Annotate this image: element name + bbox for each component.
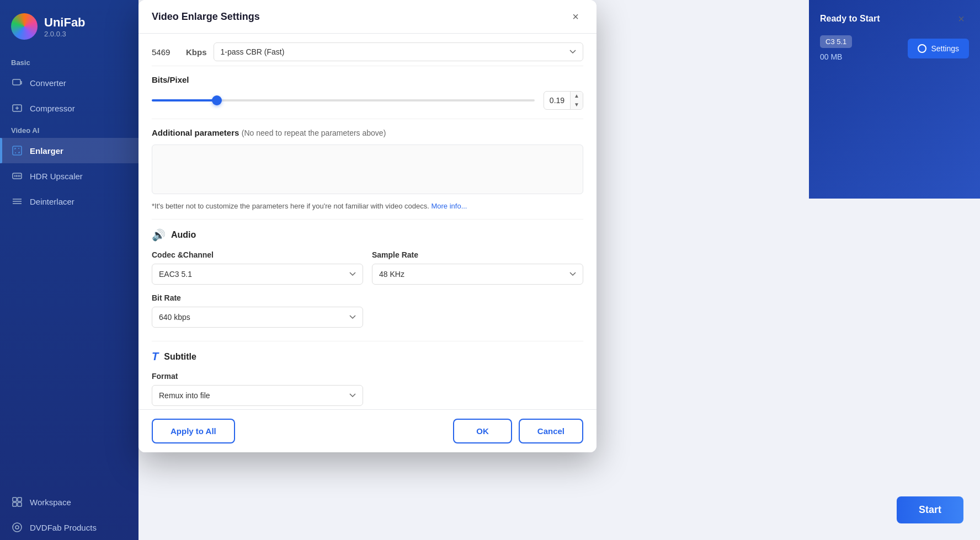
video-ai-section-label: Video AI bbox=[0, 121, 139, 138]
svg-point-8 bbox=[13, 523, 22, 532]
audio-title: Audio bbox=[171, 230, 196, 240]
workspace-icon bbox=[11, 496, 23, 508]
dvdfab-icon bbox=[11, 521, 23, 533]
dvdfab-label: DVDFab Products bbox=[30, 523, 97, 532]
right-panel: Ready to Start × C3 5.1 00 MB Settings bbox=[809, 0, 980, 199]
audio-icon: 🔊 bbox=[152, 228, 166, 242]
sidebar-item-hdr-upscaler[interactable]: HDR Upscaler bbox=[0, 163, 139, 189]
ready-to-start-header: Ready to Start × bbox=[820, 11, 969, 26]
settings-circle-icon bbox=[918, 44, 926, 53]
bitrate-value: 5469 bbox=[152, 47, 179, 57]
format-group: Format Remux into file Burn in None bbox=[152, 372, 363, 406]
sidebar-item-compressor[interactable]: Compressor bbox=[0, 95, 139, 121]
logo-icon bbox=[11, 13, 38, 40]
modal-close-button[interactable]: × bbox=[568, 9, 583, 24]
compressor-icon bbox=[11, 102, 23, 114]
additional-parameters-section: Additional parameters (No need to repeat… bbox=[152, 119, 583, 220]
sample-rate-group: Sample Rate 48 KHz 44.1 KHz 32 KHz bbox=[372, 250, 583, 285]
slider-track bbox=[152, 99, 535, 101]
app-name: UniFab bbox=[44, 15, 86, 30]
ready-text: Ready to Start bbox=[820, 14, 880, 24]
svg-rect-7 bbox=[18, 502, 22, 506]
apply-to-all-button[interactable]: Apply to All bbox=[152, 419, 235, 443]
subtitle-icon: T bbox=[152, 350, 158, 363]
sidebar-item-enlarger[interactable]: Enlarger bbox=[0, 138, 139, 163]
subtitle-header: T Subtitle bbox=[152, 350, 583, 363]
slider-increment[interactable]: ▲ bbox=[571, 92, 583, 100]
bit-rate-group: Bit Rate 640 kbps 320 kbps 192 kbps 128 … bbox=[152, 293, 363, 328]
more-info-link[interactable]: More info... bbox=[431, 202, 467, 210]
audio-codec-sample-row: Codec &Channel EAC3 5.1 AC3 5.1 AAC 2.0 … bbox=[152, 250, 583, 285]
slider-value: 0.19 bbox=[544, 93, 570, 108]
bitrate-unit: Kbps bbox=[186, 47, 207, 57]
svg-point-9 bbox=[15, 526, 19, 529]
subtitle-section: T Subtitle Format Remux into file Burn i… bbox=[152, 341, 583, 409]
slider-value-box: 0.19 ▲ ▼ bbox=[544, 91, 583, 110]
enlarger-icon bbox=[11, 145, 23, 157]
footer-right-buttons: OK Cancel bbox=[453, 419, 583, 443]
sidebar-item-dvdfab[interactable]: DVDFab Products bbox=[0, 515, 139, 540]
sidebar-item-converter[interactable]: Converter bbox=[0, 70, 139, 95]
pass-select[interactable]: 1-pass CBR (Fast) bbox=[214, 42, 584, 61]
slider-arrows: ▲ ▼ bbox=[570, 92, 583, 109]
hdr-label: HDR Upscaler bbox=[30, 172, 83, 181]
audio-section: 🔊 Audio Codec &Channel EAC3 5.1 AC3 5.1 … bbox=[152, 220, 583, 341]
app-logo: UniFab 2.0.0.3 bbox=[0, 0, 139, 53]
bit-rate-row: Bit Rate 640 kbps 320 kbps 192 kbps 128 … bbox=[152, 293, 363, 328]
slider-container[interactable] bbox=[152, 95, 535, 106]
svg-rect-0 bbox=[13, 79, 20, 85]
close-ready-button[interactable]: × bbox=[954, 11, 969, 26]
svg-rect-2 bbox=[13, 146, 22, 155]
subtitle-title: Subtitle bbox=[164, 352, 196, 362]
sample-rate-label: Sample Rate bbox=[372, 250, 583, 259]
active-indicator bbox=[0, 138, 2, 163]
slider-fill bbox=[152, 99, 217, 101]
audio-header: 🔊 Audio bbox=[152, 228, 583, 242]
additional-warning: *It's better not to customize the parame… bbox=[152, 202, 583, 210]
bits-pixel-section: Bits/Pixel 0.19 ▲ ▼ bbox=[152, 66, 583, 119]
bitrate-row: 5469 Kbps 1-pass CBR (Fast) bbox=[152, 34, 583, 66]
cancel-button[interactable]: Cancel bbox=[519, 419, 583, 443]
codec-channel-label: Codec &Channel bbox=[152, 250, 363, 259]
bit-rate-select[interactable]: 640 kbps 320 kbps 192 kbps 128 kbps bbox=[152, 307, 363, 328]
modal-video-enlarge-settings: Video Enlarge Settings × 5469 Kbps 1-pas… bbox=[139, 0, 596, 452]
sample-rate-select[interactable]: 48 KHz 44.1 KHz 32 KHz bbox=[372, 264, 583, 285]
additional-textarea[interactable] bbox=[152, 145, 583, 194]
codec-channel-select[interactable]: EAC3 5.1 AC3 5.1 AAC 2.0 Copy bbox=[152, 264, 363, 285]
modal-title: Video Enlarge Settings bbox=[152, 11, 260, 23]
svg-rect-6 bbox=[13, 502, 17, 506]
sidebar-item-deinterlacer[interactable]: Deinterlacer bbox=[0, 189, 139, 214]
slider-thumb[interactable] bbox=[212, 95, 222, 105]
modal-body: 5469 Kbps 1-pass CBR (Fast) Bits/Pixel bbox=[139, 34, 596, 409]
slider-decrement[interactable]: ▼ bbox=[571, 100, 583, 109]
deinterlacer-icon bbox=[11, 195, 23, 207]
sidebar-item-workspace[interactable]: Workspace bbox=[0, 489, 139, 515]
codec-channel-group: Codec &Channel EAC3 5.1 AC3 5.1 AAC 2.0 … bbox=[152, 250, 363, 285]
enlarger-label: Enlarger bbox=[30, 146, 63, 156]
additional-label: Additional parameters bbox=[152, 128, 239, 137]
basic-section-label: Basic bbox=[0, 53, 139, 70]
bits-pixel-label: Bits/Pixel bbox=[152, 75, 583, 84]
format-select[interactable]: Remux into file Burn in None bbox=[152, 385, 363, 406]
svg-rect-5 bbox=[18, 498, 22, 501]
file-size: 00 MB bbox=[820, 52, 852, 61]
app-version: 2.0.0.3 bbox=[44, 30, 86, 38]
bit-rate-label: Bit Rate bbox=[152, 293, 363, 302]
settings-button[interactable]: Settings bbox=[908, 39, 969, 58]
svg-rect-4 bbox=[13, 498, 17, 501]
slider-row: 0.19 ▲ ▼ bbox=[152, 91, 583, 110]
converter-label: Converter bbox=[30, 78, 66, 88]
workspace-label: Workspace bbox=[30, 498, 71, 507]
settings-label: Settings bbox=[931, 44, 959, 53]
additional-sublabel: (No need to repeat the parameters above) bbox=[242, 129, 386, 137]
start-button[interactable]: Start bbox=[897, 496, 963, 523]
deinterlacer-label: Deinterlacer bbox=[30, 197, 74, 206]
sidebar: UniFab 2.0.0.3 Basic Converter Compresso… bbox=[0, 0, 139, 540]
format-label: Format bbox=[152, 372, 363, 381]
subtitle-format-row: Format Remux into file Burn in None bbox=[152, 372, 363, 406]
converter-icon bbox=[11, 77, 23, 89]
compressor-label: Compressor bbox=[30, 104, 75, 113]
file-badge: C3 5.1 bbox=[820, 35, 852, 48]
ok-button[interactable]: OK bbox=[453, 419, 512, 443]
hdr-icon bbox=[11, 170, 23, 182]
